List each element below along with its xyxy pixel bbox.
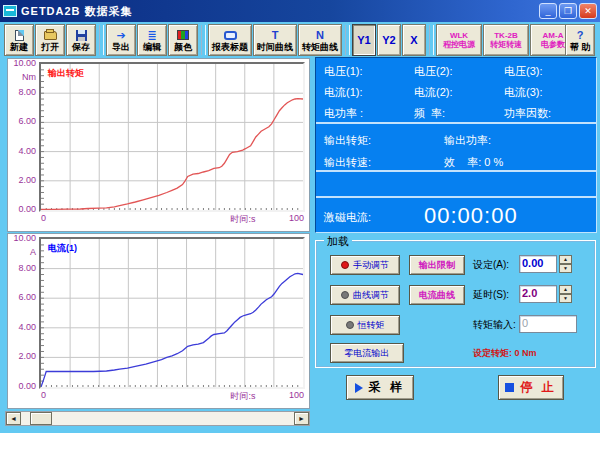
set-current-stepper[interactable]: ▲▼ xyxy=(559,255,572,273)
open-folder-icon xyxy=(44,29,57,42)
set-current-input[interactable]: 0.00 xyxy=(519,255,557,273)
elapsed-timer: 00:00:00 xyxy=(424,203,518,229)
torque-curve-button[interactable]: N 转矩曲线 xyxy=(298,24,342,56)
delay-label: 延时(S): xyxy=(473,288,509,302)
y-axis-unit: A xyxy=(8,247,36,257)
scroll-left-icon[interactable]: ◄ xyxy=(6,412,21,425)
y-tick-label: 8.00 xyxy=(8,263,36,273)
frequency-label: 频 率: xyxy=(414,106,445,121)
minimize-icon[interactable]: _ xyxy=(539,3,557,19)
electrical-section: 电压(1): 电压(2): 电压(3): 电流(1): 电流(2): 电流(3)… xyxy=(316,58,596,124)
edit-button[interactable]: ≣ 编辑 xyxy=(137,24,167,56)
help-icon: ? xyxy=(577,29,584,42)
x-tick-label: 100 xyxy=(289,390,304,400)
toolbar-separator xyxy=(345,25,350,55)
scrollbar-thumb[interactable] xyxy=(30,412,52,425)
x-axis-label: 时间:s xyxy=(231,390,256,403)
wlk-power-button[interactable]: WLK 程控电源 xyxy=(436,24,482,56)
stop-button[interactable]: 停 止 xyxy=(498,375,564,400)
open-button[interactable]: 打开 xyxy=(35,24,65,56)
window-title: GETDA2B 数据采集 xyxy=(21,4,133,19)
report-title-button[interactable]: 报表标题 xyxy=(208,24,252,56)
excitation-current-label: 激磁电流: xyxy=(324,210,371,225)
color-button[interactable]: 颜色 xyxy=(168,24,198,56)
set-torque-readout: 设定转矩: 0 Nm xyxy=(473,347,537,360)
voltage1-label: 电压(1): xyxy=(324,64,363,79)
torque-input-label: 转矩输入: xyxy=(473,318,516,332)
torque-input-field[interactable]: 0 xyxy=(519,315,577,333)
set-current-label: 设定(A): xyxy=(473,258,509,272)
y-tick-label: 4.00 xyxy=(8,146,36,156)
y-tick-label: 8.00 xyxy=(8,87,36,97)
y-tick-label: 10.00 xyxy=(8,58,36,68)
y-tick-label: 2.00 xyxy=(8,175,36,185)
report-frame-icon xyxy=(224,29,237,42)
current-curve-button[interactable]: 电流曲线 xyxy=(409,285,465,305)
output-limit-button[interactable]: 输出限制 xyxy=(409,255,465,275)
y-axis-unit: Nm xyxy=(8,72,36,82)
new-button[interactable]: 新建 xyxy=(4,24,34,56)
save-disk-icon xyxy=(76,29,87,42)
spin-down-icon: ▼ xyxy=(559,294,572,303)
restore-icon[interactable]: ❐ xyxy=(559,3,577,19)
output-speed-label: 输出转速: xyxy=(324,155,371,170)
help-button[interactable]: ? 帮 助 xyxy=(565,24,595,56)
toolbar-separator xyxy=(99,25,104,55)
output-power-label: 输出功率: xyxy=(444,133,491,148)
x-tick-label: 0 xyxy=(41,390,46,400)
time-curve-button[interactable]: T 时间曲线 xyxy=(253,24,297,56)
export-button[interactable]: ➔ 导出 xyxy=(106,24,136,56)
x-tick-label: 0 xyxy=(41,213,46,223)
plot-area xyxy=(39,62,305,212)
app-icon xyxy=(3,5,17,17)
stop-icon xyxy=(505,383,514,392)
toolbar-separator xyxy=(429,25,434,55)
x-tick-label: 100 xyxy=(289,213,304,223)
spin-up-icon: ▲ xyxy=(559,255,572,264)
sample-button[interactable]: 采 样 xyxy=(346,375,414,400)
output-section: 输出转矩: 输出功率: 输出转速: 效 率: 0 % xyxy=(316,126,596,172)
save-button[interactable]: 保存 xyxy=(66,24,96,56)
y-tick-label: 10.00 xyxy=(8,233,36,243)
scroll-right-icon[interactable]: ► xyxy=(294,412,309,425)
title-bar: GETDA2B 数据采集 _ ❐ ✕ xyxy=(0,0,600,22)
load-groupbox: 加载 手动调节 曲线调节 恒转矩 零电流输出 输出限制 电流曲线 设定(A): … xyxy=(315,240,596,368)
color-bars-icon xyxy=(177,29,189,42)
play-icon xyxy=(355,383,363,393)
y-tick-label: 4.00 xyxy=(8,322,36,332)
export-arrow-icon: ➔ xyxy=(116,29,125,42)
power-factor-label: 功率因数: xyxy=(504,106,551,121)
horizontal-scrollbar[interactable]: ◄ ► xyxy=(5,411,310,426)
radio-unselected-icon xyxy=(346,321,354,329)
delay-input[interactable]: 2.0 xyxy=(519,285,557,303)
letter-n-icon: N xyxy=(316,29,324,42)
spin-down-icon: ▼ xyxy=(559,264,572,273)
power-label: 电功率 : xyxy=(324,106,363,121)
current3-label: 电流(3): xyxy=(504,85,543,100)
curve-adjust-radio[interactable]: 曲线调节 xyxy=(330,285,400,305)
toolbar: 新建 打开 保存 ➔ 导出 ≣ 编辑 颜色 报表标题 T 时间曲 xyxy=(0,22,600,58)
y-tick-label: 2.00 xyxy=(8,351,36,361)
zero-current-output-button[interactable]: 零电流输出 xyxy=(330,343,404,363)
close-icon[interactable]: ✕ xyxy=(579,3,597,19)
measurement-panel: 电压(1): 电压(2): 电压(3): 电流(1): 电流(2): 电流(3)… xyxy=(315,57,597,233)
data-series-line xyxy=(41,273,303,387)
plot-area xyxy=(39,237,305,389)
delay-stepper[interactable]: ▲▼ xyxy=(559,285,572,303)
x-axis-label: 时间:s xyxy=(231,213,256,226)
voltage3-label: 电压(3): xyxy=(504,64,543,79)
manual-adjust-radio[interactable]: 手动调节 xyxy=(330,255,400,275)
current1-label: 电流(1): xyxy=(324,85,363,100)
axis-y2-button[interactable]: Y2 xyxy=(377,24,401,56)
excitation-section: 激磁电流: 00:00:00 xyxy=(316,200,596,233)
y-tick-label: 6.00 xyxy=(8,116,36,126)
current-chart-panel: 电流(1)10.008.006.004.002.000.00A0时间:s100 xyxy=(7,233,310,409)
radio-selected-icon xyxy=(341,261,349,269)
constant-torque-radio[interactable]: 恒转矩 xyxy=(330,315,400,335)
tk2b-torque-speed-button[interactable]: TK-2B 转矩转速 xyxy=(483,24,529,56)
y-tick-label: 6.00 xyxy=(8,292,36,302)
load-groupbox-title: 加载 xyxy=(324,234,352,249)
axis-y1-button[interactable]: Y1 xyxy=(352,24,376,56)
toolbar-separator xyxy=(201,25,206,55)
axis-x-button[interactable]: X xyxy=(402,24,426,56)
